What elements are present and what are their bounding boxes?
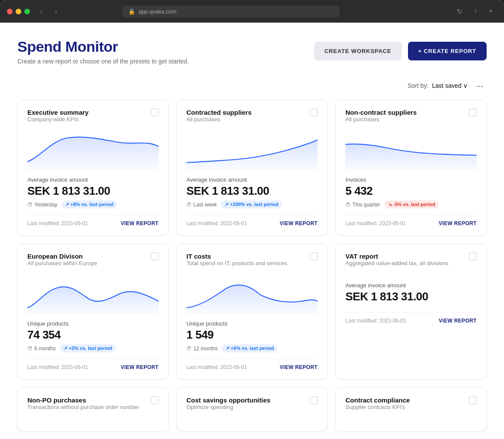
- card-title: European Divison: [27, 253, 97, 260]
- card-checkbox[interactable]: [469, 253, 477, 260]
- card-header: IT costs Total spend on IT, products and…: [186, 253, 318, 272]
- card-checkbox[interactable]: [151, 396, 159, 404]
- card-subtitle: Aggregated value-added tax, all division…: [345, 260, 448, 266]
- card-checkbox[interactable]: [151, 253, 159, 260]
- chart-area: [27, 131, 159, 170]
- card-checkbox[interactable]: [469, 396, 477, 404]
- sort-label: Sort by:: [408, 82, 428, 89]
- chart-area: [345, 131, 477, 170]
- metric-label: Unique products: [186, 320, 318, 327]
- browser-window: ‹ › 🔒 app.qvalia.com ↻ ↑ + Spend Monitor…: [0, 0, 504, 439]
- card-5: VAT report Aggregated value-added tax, a…: [335, 243, 487, 379]
- card-subtitle: Optimize spending: [186, 404, 270, 410]
- url-text: app.qvalia.com: [139, 8, 176, 15]
- header: Spend Monitor Create a new report or cho…: [17, 38, 487, 65]
- page-inner: Spend Monitor Create a new report or cho…: [0, 23, 504, 439]
- card-header: Contract compliance Supplier contracts K…: [345, 396, 477, 416]
- trend-badge: ↗ +8% vs. last period: [62, 200, 117, 209]
- reload-button[interactable]: ↻: [454, 5, 466, 17]
- metric-value: SEK 1 813 31.00: [345, 290, 477, 303]
- card-footer: Last modified: 2023-06-01 VIEW REPORT: [186, 359, 318, 370]
- clock-icon: ⏱: [27, 346, 33, 352]
- card-1: Contracted suppliers All purchases: [176, 100, 328, 236]
- sort-value[interactable]: Last saved ∨: [432, 82, 468, 89]
- close-button[interactable]: [7, 9, 13, 14]
- modified-date: Last modified: 2023-06-01: [27, 220, 88, 226]
- card-meta: ⏱ Yesterday ↗ +8% vs. last period: [27, 200, 159, 209]
- card-footer: Last modified: 2023-06-01 VIEW REPORT: [186, 215, 318, 226]
- card-meta: ⏱ 12 months ↗ +6% vs. last period: [186, 344, 318, 353]
- back-button[interactable]: ‹: [35, 5, 47, 17]
- card-subtitle: All purchases: [186, 116, 252, 123]
- card-header: Executive summary Company-wide KPIs: [27, 109, 159, 128]
- trend-badge: ↗ +6% vs. last period: [222, 344, 277, 353]
- header-left: Spend Monitor Create a new report or cho…: [17, 38, 189, 65]
- metric-value: 1 549: [186, 328, 318, 342]
- create-workspace-button[interactable]: CREATE WORKSPACE: [314, 42, 402, 60]
- create-report-button[interactable]: + CREATE REPORT: [408, 42, 487, 60]
- metric-label: Average invoice amount: [27, 176, 159, 183]
- card-title: Executive summary: [27, 109, 89, 116]
- minimize-button[interactable]: [16, 9, 21, 14]
- card-header: Cost savings opportunities Optimize spen…: [186, 396, 318, 416]
- card-title: Non-PO purchases: [27, 396, 139, 404]
- modified-date: Last modified: 2023-06-01: [345, 318, 406, 324]
- time-label: ⏱ Last week: [186, 202, 217, 208]
- card-3: European Divison All purchases within Eu…: [17, 243, 169, 379]
- card-checkbox[interactable]: [310, 253, 318, 260]
- time-label: ⏱ 6 months: [27, 346, 56, 352]
- page-content: Spend Monitor Create a new report or cho…: [0, 23, 504, 439]
- chart-area: [186, 275, 318, 314]
- view-report-button[interactable]: VIEW REPORT: [439, 318, 477, 324]
- modified-date: Last modified: 2023-06-01: [186, 220, 247, 226]
- view-report-button[interactable]: VIEW REPORT: [280, 364, 318, 370]
- header-buttons: CREATE WORKSPACE + CREATE REPORT: [314, 42, 487, 60]
- address-bar[interactable]: 🔒 app.qvalia.com: [122, 6, 339, 17]
- card-title: Non-contract suppliers: [345, 109, 417, 116]
- view-report-button[interactable]: VIEW REPORT: [439, 220, 477, 226]
- view-report-button[interactable]: VIEW REPORT: [121, 220, 159, 226]
- maximize-button[interactable]: [24, 9, 30, 14]
- metric-value: 5 432: [345, 184, 477, 198]
- card-2: Non-contract suppliers All purchases: [335, 100, 487, 236]
- card-title: Cost savings opportunities: [186, 396, 270, 404]
- forward-button[interactable]: ›: [50, 5, 62, 17]
- view-report-button[interactable]: VIEW REPORT: [280, 220, 318, 226]
- page-title: Spend Monitor: [17, 38, 189, 55]
- card-subtitle: Transactions without purchase order numb…: [27, 404, 139, 410]
- metric-label: Average invoice amount: [345, 282, 477, 289]
- card-footer: Last modified: 2023-06-01 VIEW REPORT: [345, 215, 477, 226]
- clock-icon: ⏱: [27, 202, 33, 208]
- card-checkbox[interactable]: [151, 109, 159, 116]
- card-header: Non-PO purchases Transactions without pu…: [27, 396, 159, 416]
- new-tab-button[interactable]: +: [485, 5, 497, 17]
- card-4: IT costs Total spend on IT, products and…: [176, 243, 328, 379]
- card-subtitle: Total spend on IT, products and services: [186, 260, 287, 266]
- card-meta: ⏱ Last week ↗ +200% vs. last period: [186, 200, 318, 209]
- nav-buttons: ‹ ›: [35, 5, 62, 17]
- time-label: ⏱ Yesterday: [27, 202, 57, 208]
- card-footer: Last modified: 2023-06-01 VIEW REPORT: [27, 215, 159, 226]
- card-checkbox[interactable]: [310, 109, 318, 116]
- browser-actions: ↻ ↑ +: [454, 5, 497, 17]
- share-button[interactable]: ↑: [469, 5, 481, 17]
- card-checkbox[interactable]: [310, 396, 318, 404]
- more-options-button[interactable]: ···: [473, 79, 487, 93]
- card-meta: ⏱ 6 months ↗ +2% vs. last period: [27, 344, 159, 353]
- card-checkbox[interactable]: [469, 109, 477, 116]
- card-7: Cost savings opportunities Optimize spen…: [176, 387, 328, 432]
- card-header: European Divison All purchases within Eu…: [27, 253, 159, 272]
- card-meta: ⏱ This quarter ↘ -5% vs. last period: [345, 200, 477, 209]
- view-report-button[interactable]: VIEW REPORT: [121, 364, 159, 370]
- card-subtitle: Supplier contracts KPI's: [345, 404, 410, 410]
- metric-value: 74 354: [27, 328, 159, 342]
- clock-icon: ⏱: [345, 202, 351, 208]
- trend-badge: ↗ +2% vs. last period: [60, 344, 115, 353]
- metric-label: Average invoice amount: [186, 176, 318, 183]
- metric-label: Unique products: [27, 320, 159, 327]
- clock-icon: ⏱: [186, 346, 192, 352]
- trend-badge: ↘ -5% vs. last period: [385, 200, 439, 209]
- lock-icon: 🔒: [128, 8, 135, 15]
- modified-date: Last modified: 2023-06-01: [186, 364, 247, 370]
- card-header: Contracted suppliers All purchases: [186, 109, 318, 128]
